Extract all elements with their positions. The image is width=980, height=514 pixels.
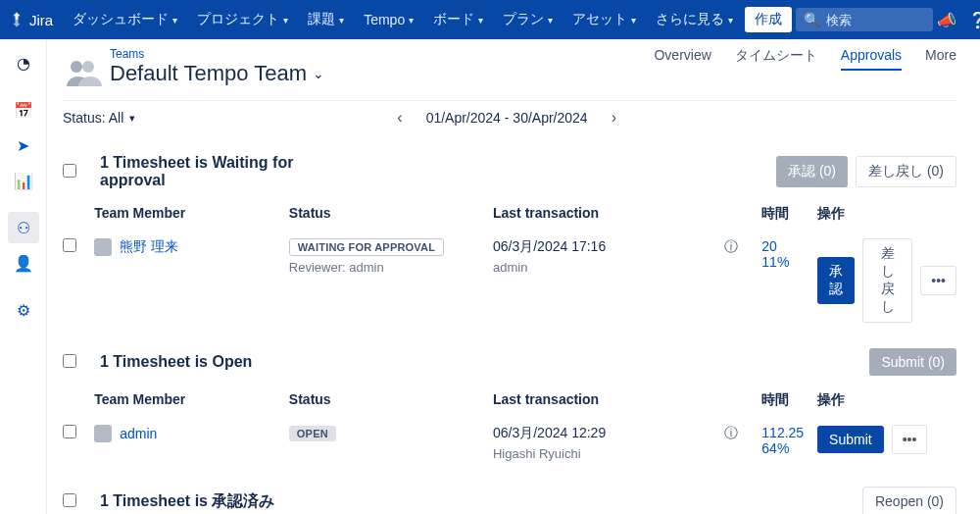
rail-tempo-icon[interactable]: ◔: [8, 47, 39, 78]
member-name: admin: [120, 426, 157, 441]
time-hours[interactable]: 20: [761, 238, 817, 254]
tab-approvals[interactable]: Approvals: [841, 47, 902, 71]
row-checkbox[interactable]: [63, 238, 76, 252]
row-checkbox[interactable]: [63, 425, 76, 438]
tab-overview[interactable]: Overview: [654, 47, 710, 69]
svg-point-1: [82, 61, 94, 73]
chevron-down-icon: ▾: [129, 112, 135, 125]
col-act: 操作: [817, 391, 956, 409]
status-pill: OPEN: [289, 426, 336, 441]
member-link[interactable]: 熊野 理来: [94, 238, 289, 256]
tx-sub: Higashi Ryuichi: [493, 446, 725, 461]
nav-create-button[interactable]: 作成: [745, 7, 792, 32]
nav-dashboard[interactable]: ダッシュボード▾: [65, 7, 185, 32]
megaphone-icon[interactable]: 📣: [937, 11, 956, 29]
rail-user-icon[interactable]: 👤: [8, 247, 39, 279]
info-icon[interactable]: ⓘ: [724, 425, 738, 440]
rail-calendar-icon[interactable]: 📅: [8, 94, 39, 126]
member-link[interactable]: admin: [94, 425, 289, 442]
more-button[interactable]: •••: [920, 266, 956, 295]
tx-date: 06/3月/2024 17:16: [493, 238, 725, 256]
nav-more[interactable]: さらに見る▾: [648, 7, 741, 32]
col-act: 操作: [817, 205, 956, 223]
nav-projects[interactable]: プロジェクト▾: [189, 7, 296, 32]
status-subtext: Reviewer: admin: [289, 260, 493, 275]
tx-date: 06/3月/2024 12:29: [493, 425, 725, 442]
col-tx: Last transaction: [493, 391, 725, 409]
row-action-button[interactable]: 差し戻し: [862, 238, 912, 323]
col-tx: Last transaction: [493, 205, 725, 223]
main-content: Teams Default Tempo Team ⌄ Overview タイムシ…: [47, 39, 980, 514]
row-action-button[interactable]: 承認: [817, 257, 855, 304]
status-pill: WAITING FOR APPROVAL: [289, 238, 444, 256]
member-name: 熊野 理来: [120, 238, 178, 256]
chevron-down-icon: ▾: [339, 15, 344, 26]
more-button[interactable]: •••: [892, 425, 928, 454]
jira-logo[interactable]: Jira: [8, 11, 53, 28]
time-hours[interactable]: 112.25: [761, 425, 817, 440]
chevron-down-icon: ▾: [283, 15, 288, 26]
col-member: Team Member: [94, 205, 289, 223]
col-member: Team Member: [94, 391, 289, 409]
rail-settings-icon[interactable]: ⚙: [8, 294, 39, 326]
chevron-down-icon: ▾: [548, 15, 553, 26]
group-title: 1 Timesheet is Open: [100, 353, 252, 371]
col-time: 時間: [761, 205, 817, 223]
time-pct[interactable]: 64%: [761, 440, 817, 456]
group-action-button[interactable]: 承認 (0): [776, 156, 848, 187]
chevron-down-icon: ▾: [631, 15, 636, 26]
avatar: [94, 425, 112, 442]
nav-issues[interactable]: 課題▾: [300, 7, 352, 32]
nav-tempo[interactable]: Tempo▾: [356, 8, 421, 31]
side-rail: ◔ 📅 ➤ 📊 ⚇ 👤 ⚙: [0, 39, 47, 514]
tx-sub: admin: [493, 260, 725, 275]
chevron-down-icon: ⌄: [313, 66, 324, 81]
row-action-button[interactable]: Submit: [817, 426, 884, 453]
period-range: 01/Apr/2024 - 30/Apr/2024: [426, 110, 588, 126]
time-pct[interactable]: 11%: [761, 254, 817, 270]
nav-boards[interactable]: ボード▾: [425, 7, 491, 32]
tab-more[interactable]: More: [925, 47, 956, 69]
svg-point-0: [71, 61, 82, 73]
team-name[interactable]: Default Tempo Team ⌄: [110, 61, 324, 86]
nav-assets[interactable]: アセット▾: [564, 7, 644, 32]
tab-timesheets[interactable]: タイムシート: [735, 47, 817, 71]
team-avatar-icon: [63, 53, 102, 92]
search-icon: 🔍: [804, 12, 820, 27]
info-icon[interactable]: ⓘ: [724, 238, 738, 254]
period-next-button[interactable]: ›: [612, 109, 616, 127]
status-filter[interactable]: Status: All ▾: [63, 110, 135, 126]
rail-report-icon[interactable]: 📊: [8, 165, 39, 196]
group-checkbox[interactable]: [63, 493, 76, 507]
group-title: 1 Timesheet is Waiting for approval: [100, 154, 355, 189]
top-nav: Jira ダッシュボード▾ プロジェクト▾ 課題▾ Tempo▾ ボード▾ プラ…: [0, 0, 980, 39]
col-status: Status: [289, 205, 493, 223]
chevron-down-icon: ▾: [409, 15, 414, 26]
help-icon[interactable]: ❔: [968, 11, 980, 29]
search-input[interactable]: [826, 13, 925, 27]
group-action-button[interactable]: 差し戻し (0): [856, 156, 956, 187]
group-action-button[interactable]: Submit (0): [869, 348, 956, 376]
rail-forward-icon[interactable]: ➤: [8, 129, 39, 161]
col-time: 時間: [761, 391, 817, 409]
chevron-down-icon: ▾: [478, 15, 483, 26]
chevron-down-icon: ▾: [728, 15, 733, 26]
group-checkbox[interactable]: [63, 164, 76, 178]
breadcrumb[interactable]: Teams: [110, 47, 324, 61]
group-checkbox[interactable]: [63, 354, 76, 368]
group-action-button[interactable]: Reopen (0): [862, 487, 956, 514]
period-prev-button[interactable]: ‹: [397, 109, 402, 127]
group-title: 1 Timesheet is 承認済み: [100, 491, 274, 512]
avatar: [94, 238, 112, 256]
search-box[interactable]: 🔍: [796, 8, 933, 31]
nav-plans[interactable]: プラン▾: [495, 7, 561, 32]
col-status: Status: [289, 391, 493, 409]
rail-teams-icon[interactable]: ⚇: [8, 212, 39, 243]
jira-logo-text: Jira: [29, 12, 53, 28]
jira-icon: [8, 11, 25, 28]
chevron-down-icon: ▾: [172, 15, 177, 26]
